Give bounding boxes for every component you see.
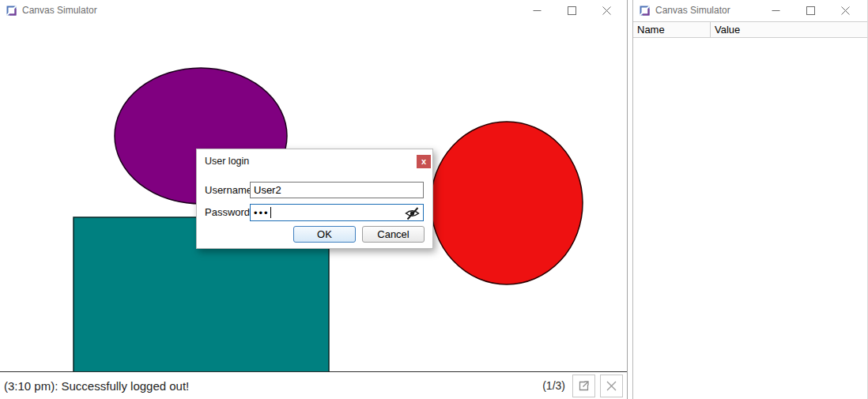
username-label: Username:: [205, 182, 255, 198]
property-window-title: Canvas Simulator: [655, 5, 730, 16]
canvas-shape-red-circle[interactable]: [431, 122, 583, 284]
property-table-body: [633, 38, 867, 399]
external-link-icon: [577, 379, 591, 393]
close-button[interactable]: [589, 0, 624, 21]
main-window-title: Canvas Simulator: [22, 5, 97, 16]
maximize-button[interactable]: [793, 0, 828, 21]
statusbar: (3:10 pm): Successfully logged out! (1/3…: [0, 371, 627, 399]
minimize-button[interactable]: [758, 0, 793, 21]
property-window: Canvas Simulator Name Value: [632, 0, 868, 399]
ok-button-label: OK: [317, 228, 332, 240]
status-counter: (1/3): [542, 379, 565, 392]
column-header-name[interactable]: Name: [633, 22, 711, 37]
maximize-button[interactable]: [554, 0, 589, 21]
password-masked-text: •••: [254, 208, 270, 218]
cancel-button-label: Cancel: [377, 228, 409, 240]
username-input[interactable]: [250, 182, 424, 198]
password-label: Password:: [205, 204, 253, 221]
popout-button[interactable]: [572, 375, 595, 397]
status-message: (3:10 pm): Successfully logged out!: [4, 379, 542, 393]
clear-status-button[interactable]: [600, 375, 623, 397]
x-icon: [605, 379, 618, 393]
main-titlebar: Canvas Simulator: [0, 0, 627, 21]
column-header-value[interactable]: Value: [711, 22, 867, 37]
dialog-close-x-icon: x: [421, 157, 426, 166]
close-button[interactable]: [828, 0, 862, 21]
property-table-header: Name Value: [633, 21, 867, 38]
eye-slash-icon: [404, 206, 421, 220]
text-cursor: [270, 207, 271, 218]
app-icon: [6, 6, 17, 16]
password-input[interactable]: •••: [250, 204, 424, 221]
ok-button[interactable]: OK: [293, 226, 356, 243]
cancel-button[interactable]: Cancel: [362, 226, 425, 243]
app-icon: [640, 6, 650, 16]
minimize-button[interactable]: [519, 0, 554, 21]
dialog-close-button[interactable]: x: [417, 155, 431, 168]
password-visibility-toggle[interactable]: [404, 206, 421, 223]
property-titlebar: Canvas Simulator: [633, 0, 867, 21]
dialog-title: User login: [205, 156, 249, 167]
user-login-dialog: User login x Username: Password: ••• OK …: [196, 149, 433, 249]
